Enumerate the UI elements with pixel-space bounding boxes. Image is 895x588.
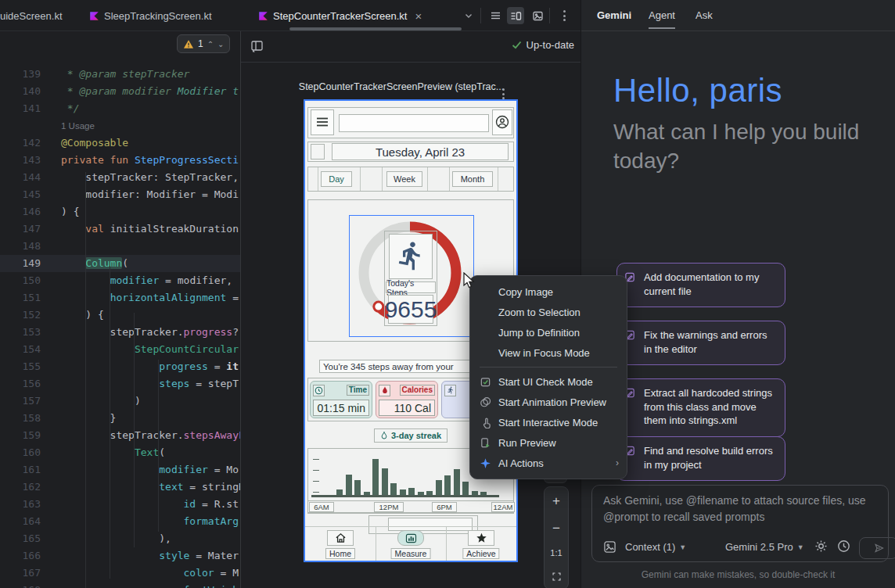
code-line-139[interactable]: 139 * @param stepTracker — [0, 66, 240, 83]
animation-icon — [478, 396, 492, 408]
code-line-155[interactable]: 155 progress = it — [0, 358, 240, 375]
design-view-icon[interactable] — [529, 7, 546, 24]
suggestion-card-2[interactable]: Fix the warnings and errors in the edito… — [616, 321, 785, 365]
code-line-140[interactable]: 140 * @param modifier Modifier t — [0, 83, 240, 100]
code-text: ) { — [61, 206, 79, 217]
inspection-widget[interactable]: 1 ⌃ ⌄ — [177, 34, 230, 53]
menu-item-copy-image[interactable]: Copy Image — [470, 281, 627, 302]
nav-item-achieve[interactable]: Achieve — [446, 527, 516, 561]
nav-item-home[interactable]: Home — [305, 527, 376, 561]
steps-label: Today's Steps — [386, 281, 436, 293]
line-number: 150 — [0, 272, 47, 289]
code-line-147[interactable]: 147 val initialStreakDuration — [0, 220, 240, 238]
streak-label: 3-day streak — [391, 431, 441, 440]
menu-item-run-preview[interactable]: Run Preview — [470, 432, 627, 453]
editor-horizontal-scrollbar[interactable] — [289, 27, 462, 30]
menu-item-jump-to-definition[interactable]: Jump to Definition — [470, 322, 627, 342]
menu-item-start-animation-preview[interactable]: Start Animation Preview — [470, 392, 627, 412]
code-line-143[interactable]: 143private fun StepProgressSecti — [0, 152, 240, 169]
menu-item-view-in-focus-mode[interactable]: View in Focus Mode — [470, 342, 627, 363]
submenu-chevron-right-icon: › — [616, 457, 619, 468]
nav-item-measure[interactable]: Measure — [376, 527, 446, 561]
attach-image-icon[interactable] — [603, 540, 616, 554]
settings-gear-icon[interactable] — [814, 540, 828, 553]
x-axis-strip: 6AM12PM6PM12AM — [307, 500, 514, 513]
menu-item-start-interactive-mode[interactable]: Start Interactive Mode — [470, 412, 627, 432]
code-line-142[interactable]: 142@Composable — [0, 134, 240, 152]
code-line-154[interactable]: 154 StepCountCircular — [0, 341, 240, 358]
period-tab-week[interactable]: Week — [386, 171, 422, 187]
preview-title[interactable]: StepCounterTrackerScreenPreview (stepTra… — [296, 81, 507, 92]
chart-bar — [454, 469, 460, 495]
code-text: Column( — [61, 257, 128, 269]
code-line-168[interactable]: 168 fontWeigh — [0, 582, 240, 588]
fit-to-screen-icon[interactable] — [552, 572, 562, 582]
code-text: modifier: Modifier = Modi — [61, 188, 239, 200]
suggestion-card-3[interactable]: Extract all hardcoded strings from this … — [616, 378, 785, 437]
code-line-152[interactable]: 152 ) { — [0, 307, 240, 324]
close-icon[interactable]: × — [415, 9, 422, 23]
code-line-159[interactable]: 159 stepTracker.stepsAwayF — [0, 427, 240, 444]
gemini-prompt-input[interactable]: Ask Gemini, use @filename to attach sour… — [591, 485, 889, 562]
code-line-160[interactable]: 160 Text( — [0, 444, 240, 461]
zoom-level-label[interactable]: 1:1 — [550, 548, 562, 558]
zoom-out-button[interactable]: − — [552, 522, 560, 535]
code-line-145[interactable]: 145 modifier: Modifier = Modi — [0, 186, 240, 203]
preview-layout-icon[interactable] — [250, 40, 264, 53]
code-line-161[interactable]: 161 modifier = Mo — [0, 461, 240, 479]
chart-bar — [462, 482, 469, 495]
code-line-144[interactable]: 144 stepTracker: StepTracker, — [0, 169, 240, 186]
tab-agent[interactable]: Agent — [649, 9, 675, 29]
suggestion-card-1[interactable]: Add documentation to my current file — [616, 263, 785, 307]
search-input[interactable] — [339, 114, 489, 132]
preview-kebab-menu-icon[interactable] — [502, 80, 505, 99]
code-editor[interactable]: 139 * @param stepTracker140 * @param mod… — [0, 31, 240, 588]
menu-item-start-ui-check-mode[interactable]: Start UI Check Mode — [470, 371, 627, 392]
editor-tab-stepcountertrackerscreen-kt[interactable]: StepCounterTrackerScreen.kt× — [258, 0, 455, 31]
editor-tab-uidescreen-kt[interactable]: uideScreen.kt — [0, 0, 83, 31]
period-tab-month[interactable]: Month — [452, 171, 493, 187]
code-line-163[interactable]: 163 id = R.st — [0, 496, 240, 513]
previous-issue-chevron-up-icon[interactable]: ⌃ — [207, 40, 214, 48]
hamburger-menu-button[interactable] — [311, 109, 334, 135]
next-issue-chevron-down-icon[interactable]: ⌄ — [217, 40, 224, 48]
code-text: ) — [61, 395, 141, 407]
send-button[interactable] — [859, 537, 895, 559]
flame-icon — [380, 431, 388, 440]
line-number: 147 — [0, 220, 47, 238]
zoom-in-button[interactable]: + — [552, 494, 560, 507]
code-view-icon[interactable] — [487, 7, 504, 24]
code-line-167[interactable]: 167 color = M — [0, 565, 240, 582]
code-line-165[interactable]: 165 ), — [0, 530, 240, 547]
editor-kebab-menu-icon[interactable] — [555, 7, 573, 24]
usage-inlay-hint[interactable]: 1 Usage — [0, 117, 240, 134]
tab-ask[interactable]: Ask — [696, 9, 713, 27]
code-line-151[interactable]: 151 horizontalAlignment = — [0, 289, 240, 307]
code-line-166[interactable]: 166 style = Mater — [0, 547, 240, 565]
model-dropdown[interactable]: Gemini 2.5 Pro▼ — [725, 541, 804, 553]
code-text: Text( — [61, 446, 165, 458]
account-button[interactable] — [492, 109, 512, 135]
split-view-icon[interactable] — [507, 7, 524, 24]
code-line-164[interactable]: 164 formatArg — [0, 513, 240, 530]
period-tab-day[interactable]: Day — [321, 171, 352, 187]
context-dropdown[interactable]: Context (1)▼ — [625, 541, 686, 553]
code-line-150[interactable]: 150 modifier = modifier, — [0, 272, 240, 289]
code-line-141[interactable]: 141 */ — [0, 100, 240, 117]
line-number: 152 — [0, 307, 47, 324]
tab-list-chevron-down-icon[interactable] — [460, 7, 477, 24]
editor-tab-sleeptrackingscreen-kt[interactable]: SleepTrackingScreen.kt — [89, 0, 250, 31]
code-line-156[interactable]: 156 steps = stepT — [0, 375, 240, 393]
code-line-158[interactable]: 158 } — [0, 410, 240, 427]
menu-item-zoom-to-selection[interactable]: Zoom to Selection — [470, 302, 627, 322]
code-line-157[interactable]: 157 ) — [0, 393, 240, 410]
menu-item-ai-actions[interactable]: AI Actions› — [470, 453, 627, 473]
history-clock-icon[interactable] — [837, 540, 850, 553]
code-line-149[interactable]: 149 Column( — [0, 255, 240, 272]
code-line-148[interactable]: 148 — [0, 238, 240, 255]
code-line-162[interactable]: 162 text = stringR — [0, 479, 240, 496]
suggestion-card-4[interactable]: Find and resolve build errors in my proj… — [616, 436, 785, 481]
code-line-153[interactable]: 153 stepTracker.progress? — [0, 324, 240, 341]
code-line-146[interactable]: 146) { — [0, 203, 240, 220]
code-text: * @param modifier Modifier t — [61, 85, 239, 97]
